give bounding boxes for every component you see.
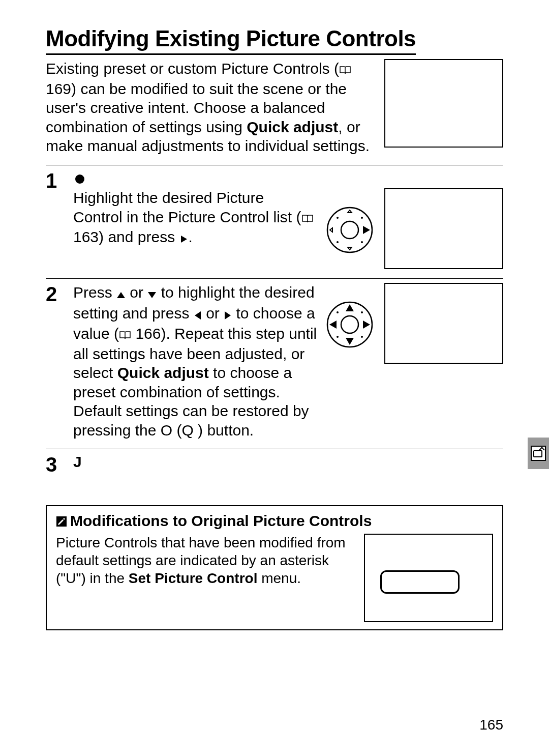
step-2: 2 Press or to highlight the desired sett… <box>46 278 503 440</box>
bullet-icon <box>75 175 84 184</box>
note-title: Modifications to Original Picture Contro… <box>56 511 493 532</box>
triangle-right-icon <box>224 305 232 325</box>
section-tab <box>528 438 549 469</box>
note-text: Picture Controls that have been modified… <box>56 534 354 587</box>
dpad-illustration <box>325 300 374 349</box>
page-title: Modifying Existing Picture Controls <box>46 24 416 55</box>
step-1-text: Highlight the desired Picture Control in… <box>73 188 317 248</box>
step-2-text: Press or to highlight the desired settin… <box>73 283 317 440</box>
screenshot-placeholder <box>384 59 503 148</box>
page-number: 165 <box>479 716 503 734</box>
triangle-left-icon <box>194 305 202 325</box>
step-3-heading: J <box>73 452 503 472</box>
svg-point-7 <box>341 316 358 333</box>
step-1: 1 Highlight the desired Picture Control … <box>46 165 503 270</box>
step-number: 3 <box>46 454 73 475</box>
note-box: Modifications to Original Picture Contro… <box>46 505 503 630</box>
triangle-right-icon <box>179 229 188 248</box>
svg-point-2 <box>337 217 339 219</box>
screenshot-placeholder <box>384 283 503 364</box>
dpad-illustration <box>325 206 374 254</box>
book-icon <box>339 60 351 79</box>
triangle-up-icon <box>116 284 126 304</box>
book-icon <box>119 325 131 344</box>
step-number: 1 <box>46 170 73 191</box>
svg-point-9 <box>361 311 363 313</box>
screenshot-placeholder <box>364 534 493 622</box>
svg-point-4 <box>337 241 339 243</box>
intro-text: Existing preset or custom Picture Contro… <box>46 59 374 156</box>
screenshot-placeholder <box>384 188 503 269</box>
svg-point-11 <box>361 336 363 338</box>
step-3: 3 J <box>46 449 503 475</box>
step-number: 2 <box>46 284 73 304</box>
svg-point-1 <box>341 221 358 239</box>
step-1-heading <box>73 168 503 188</box>
highlight-bar <box>380 570 460 594</box>
pencil-icon <box>56 512 67 532</box>
svg-point-3 <box>361 217 363 219</box>
svg-point-8 <box>337 311 339 313</box>
picture-control-icon <box>531 446 546 461</box>
svg-point-10 <box>337 336 339 338</box>
svg-point-5 <box>361 241 363 243</box>
triangle-down-icon <box>147 284 157 304</box>
book-icon <box>301 209 314 228</box>
